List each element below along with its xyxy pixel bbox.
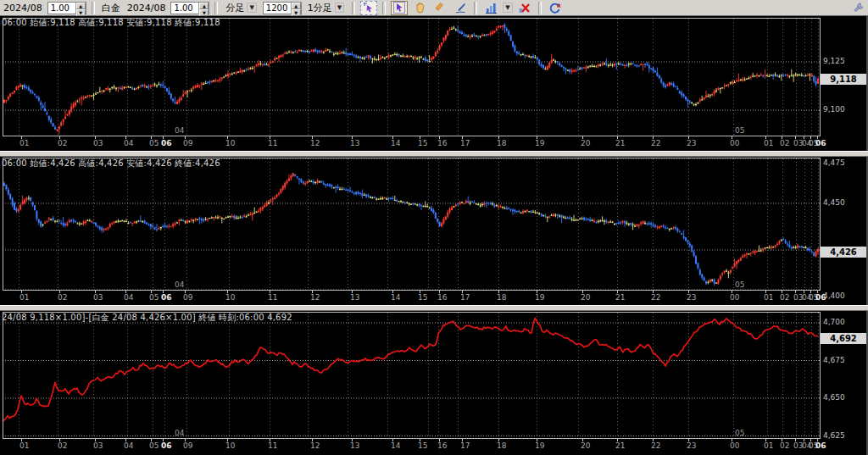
pencil-tool-button[interactable] xyxy=(431,1,448,15)
multiplier-spinner-left[interactable]: 1.00 ▲▼ xyxy=(47,2,86,14)
current-price-box: 4,426 xyxy=(821,247,866,258)
toolbar-separator xyxy=(352,2,355,14)
ohlc-info-top-panel: 06:00 始値:9,118 高値:9,118 安値:9,118 終値:9,11… xyxy=(2,18,220,27)
hour-label: 02 xyxy=(58,139,67,147)
spin-down-icon[interactable]: ▼ xyxy=(76,9,86,16)
multiplier-spinner-right[interactable]: 1.00 ▲▼ xyxy=(170,2,209,14)
hour-label: 03 xyxy=(93,441,103,450)
hour-label: 12 xyxy=(310,441,320,450)
timeframe-dropdown[interactable]: 1分足 ▼ xyxy=(305,1,347,14)
hour-label: 17 xyxy=(460,441,470,450)
toolbar-separator xyxy=(474,2,477,14)
hour-label: 01 xyxy=(19,139,29,147)
hour-label: 12 xyxy=(310,293,320,302)
panel-splitter-1[interactable] xyxy=(0,151,868,157)
spin-up-icon[interactable]: ▲ xyxy=(199,3,209,9)
date-marker: 05 xyxy=(735,126,744,135)
delete-indicator-button[interactable] xyxy=(516,1,533,15)
hour-label: 20 xyxy=(581,293,590,302)
hour-label: 02 xyxy=(780,139,789,147)
spin-down-icon[interactable]: ▼ xyxy=(292,9,301,16)
spin-up-icon[interactable]: ▲ xyxy=(76,3,86,9)
chevron-down-icon: ▼ xyxy=(247,3,256,13)
hour-label: 18 xyxy=(497,139,506,147)
spinner-buttons[interactable]: ▲▼ xyxy=(291,3,301,14)
y-axis-tick-label: 4,625 xyxy=(823,431,845,440)
refresh-icon: R xyxy=(548,2,561,14)
hour-label: 13 xyxy=(350,293,359,302)
hour-label: 23 xyxy=(687,293,696,302)
hour-label: 04 xyxy=(124,441,133,450)
hour-label: 17 xyxy=(460,293,470,302)
hour-label: 00 xyxy=(730,441,739,450)
hour-label: 01 xyxy=(19,441,29,450)
hour-label: 18 xyxy=(497,441,506,450)
panel-splitter-2[interactable] xyxy=(0,305,868,311)
spinner-buttons[interactable]: ▲▼ xyxy=(198,3,209,14)
pencil-icon xyxy=(434,2,447,14)
spin-up-icon[interactable]: ▲ xyxy=(292,3,301,9)
bar-count-spinner[interactable]: 1200 ▲▼ xyxy=(263,2,302,14)
hour-label: 16 xyxy=(437,293,447,302)
chevron-down-icon: ▼ xyxy=(503,3,512,13)
trading-app-window: 2024/08 1.00 ▲▼ 白金 2024/08 1.00 ▲▼ 分足 ▼ … xyxy=(0,0,868,455)
hour-label: 04 xyxy=(124,139,133,147)
hour-label: 09 xyxy=(183,293,192,302)
y-axis-tick-label: 4,700 xyxy=(823,318,845,326)
y-axis-tick-label: 4,450 xyxy=(823,198,845,207)
hour-label: 23 xyxy=(687,441,696,450)
y-axis-tick-label: 4,475 xyxy=(823,158,845,167)
hour-label: 03 xyxy=(93,139,103,147)
hour-label: 22 xyxy=(651,293,660,302)
hour-label: 01 xyxy=(764,441,773,450)
hour-label: 09 xyxy=(183,441,192,450)
chart-canvas[interactable] xyxy=(0,0,868,455)
svg-text:R: R xyxy=(557,2,561,8)
hour-label: 11 xyxy=(268,139,277,147)
hour-label: 02 xyxy=(58,441,67,450)
contract-month-left: 2024/08 xyxy=(2,3,44,14)
hour-label: 17 xyxy=(460,139,470,147)
hour-label: 02 xyxy=(780,293,789,302)
settings-button[interactable] xyxy=(849,1,866,15)
hour-label: 16 xyxy=(437,139,447,147)
current-price-box: 4,692 xyxy=(821,333,866,344)
refresh-button[interactable]: R xyxy=(547,1,564,15)
pointer-tool-button[interactable] xyxy=(391,1,408,15)
hour-label: 21 xyxy=(615,139,625,147)
hour-label: 21 xyxy=(615,441,625,450)
period-type-dropdown[interactable]: 分足 ▼ xyxy=(223,1,259,14)
y-axis-tick-label: 4,675 xyxy=(823,356,845,364)
current-price-box: 9,118 xyxy=(821,74,866,85)
hour-label: 18 xyxy=(497,293,506,302)
hand-tool-button[interactable] xyxy=(411,1,428,15)
spinner-buttons[interactable]: ▲▼ xyxy=(75,3,86,14)
toolbar: 2024/08 1.00 ▲▼ 白金 2024/08 1.00 ▲▼ 分足 ▼ … xyxy=(0,0,868,16)
pen-tool-button[interactable] xyxy=(452,1,469,15)
hour-label: 23 xyxy=(687,139,696,147)
y-axis-tick-label: 4,400 xyxy=(823,291,845,300)
hour-label: 10 xyxy=(225,441,235,450)
indicator-dropdown[interactable]: ▼ xyxy=(503,1,512,14)
hour-label: 21 xyxy=(615,293,625,302)
hour-label: 20 xyxy=(581,441,590,450)
spin-down-icon[interactable]: ▼ xyxy=(199,9,209,16)
hour-label: 13 xyxy=(350,139,359,147)
hour-label: 01 xyxy=(764,139,773,147)
pointer-cursor-icon xyxy=(393,2,405,14)
hour-label: 06 xyxy=(161,139,172,147)
hour-label: 19 xyxy=(535,139,544,147)
hour-label: 05 xyxy=(149,293,159,302)
date-marker: 05 xyxy=(735,280,744,289)
toolbar-separator xyxy=(92,2,95,14)
hour-label: 22 xyxy=(651,139,660,147)
y-axis-tick-label: 9,125 xyxy=(823,57,845,65)
crosshair-tool-button[interactable] xyxy=(360,1,377,15)
hour-label: 20 xyxy=(581,139,590,147)
hand-icon xyxy=(414,2,426,14)
indicator-chart-button[interactable] xyxy=(482,1,499,15)
hour-label: 05 xyxy=(149,139,159,147)
bar-chart-icon xyxy=(485,2,498,14)
date-marker: 04 xyxy=(175,280,184,289)
hour-label: 14 xyxy=(391,441,400,450)
